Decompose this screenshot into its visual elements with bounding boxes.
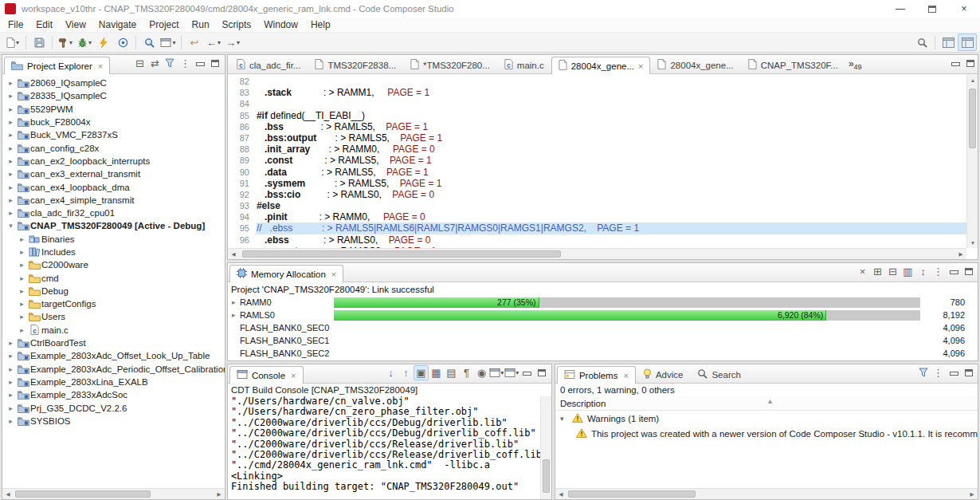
save-memory-map-icon[interactable]: ▥ bbox=[900, 264, 915, 279]
menu-help[interactable]: Help bbox=[304, 19, 337, 30]
flash-button[interactable] bbox=[94, 33, 113, 51]
scrollbar-thumb[interactable] bbox=[969, 89, 976, 148]
console-vscrollbar[interactable] bbox=[540, 396, 551, 499]
view-menu-icon[interactable]: ⋮ bbox=[931, 365, 946, 380]
new-wizard-dropdown[interactable]: ▾ bbox=[3, 33, 22, 51]
tree-item[interactable]: ▸28069_IQsampleC bbox=[2, 77, 225, 89]
open-console-dropdown[interactable]: ▾ bbox=[504, 365, 519, 380]
view-menu-icon[interactable]: ⋮ bbox=[178, 56, 193, 71]
filter-icon[interactable] bbox=[163, 56, 178, 71]
scrollbar-thumb[interactable] bbox=[543, 459, 550, 493]
chevron-right-icon[interactable]: ▸ bbox=[6, 131, 16, 139]
collapse-all-icon[interactable]: ⊟ bbox=[885, 264, 900, 279]
chevron-right-icon[interactable]: ▸ bbox=[6, 417, 16, 425]
close-window-button[interactable]: × bbox=[948, 0, 980, 18]
pin-console-icon[interactable]: ◉ bbox=[474, 365, 489, 380]
maximize-window-button[interactable] bbox=[916, 0, 948, 18]
menu-edit[interactable]: Edit bbox=[29, 19, 59, 30]
tree-item[interactable]: ▸Buck_VMC_F2837xS bbox=[2, 128, 225, 141]
open-perspective-button[interactable] bbox=[939, 33, 958, 51]
editor-tab[interactable]: ccla_adc_fir... bbox=[229, 56, 308, 73]
scrollbar-thumb[interactable] bbox=[568, 490, 696, 498]
minimize-icon[interactable] bbox=[946, 365, 961, 380]
new-target-configuration-button[interactable] bbox=[113, 33, 132, 51]
tree-item[interactable]: ▸28335_IQsampleC bbox=[2, 89, 225, 102]
menu-view[interactable]: View bbox=[59, 19, 92, 30]
tree-item[interactable]: ▸Users bbox=[2, 310, 225, 323]
collapse-all-icon[interactable]: ⊟ bbox=[132, 56, 147, 71]
scroll-to-top-icon[interactable]: ↑ bbox=[398, 365, 414, 380]
chevron-right-icon[interactable]: ▸ bbox=[17, 261, 27, 269]
view-menu-icon[interactable]: ⋮ bbox=[931, 264, 946, 279]
scroll-up-arrow-icon[interactable]: ▲ bbox=[967, 74, 978, 85]
code-line[interactable]: 90 .data : > RAMLS5, PAGE = 1 bbox=[228, 167, 966, 178]
chevron-right-icon[interactable]: ▸ bbox=[228, 311, 240, 319]
tree-item[interactable]: ▾CNAP_TMS320F280049 [Active - Debug] bbox=[2, 219, 225, 232]
maximize-icon[interactable] bbox=[208, 56, 223, 71]
tree-item[interactable]: ▸Debug bbox=[2, 285, 225, 297]
chevron-right-icon[interactable]: ▸ bbox=[6, 352, 16, 360]
last-edit-location-button[interactable]: ↩ bbox=[185, 33, 204, 51]
maximize-icon[interactable] bbox=[961, 264, 976, 279]
editor-vscrollbar[interactable]: ▲ ▼ bbox=[966, 74, 978, 248]
tree-item[interactable]: ▸Includes bbox=[2, 246, 225, 258]
expand-all-icon[interactable]: ⊞ bbox=[870, 264, 885, 279]
editor-hscrollbar[interactable]: ◀ ▶ bbox=[228, 248, 966, 259]
editor-tab[interactable]: *TMS320F280... bbox=[403, 56, 497, 73]
code-line[interactable]: 84 bbox=[228, 98, 966, 109]
scrollbar-thumb[interactable] bbox=[15, 490, 151, 498]
chevron-right-icon[interactable]: ▸ bbox=[6, 118, 16, 126]
filter-icon[interactable] bbox=[915, 365, 931, 380]
link-with-editor-icon[interactable]: ⇄ bbox=[147, 56, 163, 71]
minimize-icon[interactable] bbox=[193, 56, 208, 71]
chevron-right-icon[interactable]: ▸ bbox=[6, 209, 16, 217]
code-line[interactable]: 91 .sysmem : > RAMLS5, PAGE = 1 bbox=[228, 178, 966, 189]
editor-tab[interactable]: 28004x_gene...× bbox=[551, 57, 651, 74]
code-line[interactable]: 88 .init_array : > RAMM0, PAGE = 0 bbox=[228, 144, 966, 155]
minimize-icon[interactable] bbox=[947, 56, 962, 71]
tree-item[interactable]: ▸C2000ware bbox=[2, 258, 225, 271]
code-line[interactable]: 85#if defined(__TI_EABI__) bbox=[228, 110, 966, 121]
chevron-right-icon[interactable]: ▸ bbox=[6, 378, 16, 386]
chevron-right-icon[interactable]: ▸ bbox=[6, 79, 16, 87]
chevron-right-icon[interactable]: ▸ bbox=[17, 326, 27, 334]
menu-window[interactable]: Window bbox=[257, 19, 304, 30]
scroll-lock-icon[interactable]: ▤ bbox=[444, 365, 459, 380]
chevron-right-icon[interactable]: ▸ bbox=[6, 339, 16, 347]
editor-tab[interactable]: 28004x_gene... bbox=[650, 56, 740, 73]
minimize-icon[interactable] bbox=[519, 365, 535, 380]
maximize-icon[interactable] bbox=[962, 56, 978, 71]
scroll-left-arrow-icon[interactable]: ◀ bbox=[2, 489, 14, 500]
chevron-right-icon[interactable]: ▸ bbox=[17, 274, 27, 282]
tree-item[interactable]: ▸Example_2803xAdc_Offset_Look_Up_Table bbox=[2, 349, 225, 362]
chevron-right-icon[interactable]: ▸ bbox=[6, 144, 16, 152]
scroll-down-arrow-icon[interactable]: ▼ bbox=[967, 237, 978, 248]
tree-item[interactable]: ▸Example_2803xAdc_Periodic_Offset_Calibr… bbox=[2, 363, 225, 376]
tree-item[interactable]: ▸targetConfigs bbox=[2, 297, 225, 310]
tree-item[interactable]: ▸cla_adc_fir32_cpu01 bbox=[2, 207, 225, 219]
problems-hscrollbar[interactable]: ◀ ▶ bbox=[555, 488, 978, 499]
memory-row[interactable]: FLASH_BANK0_SEC14,096 bbox=[228, 334, 978, 347]
chevron-right-icon[interactable]: ▸ bbox=[17, 235, 27, 243]
code-line[interactable]: 96 .ebss : > RAMLS0, PAGE = 0 bbox=[228, 234, 966, 246]
word-wrap-icon[interactable]: ¶ bbox=[459, 365, 474, 380]
menu-navigate[interactable]: Navigate bbox=[92, 19, 143, 30]
sort-icon[interactable]: ↕ bbox=[915, 264, 931, 279]
menu-project[interactable]: Project bbox=[143, 19, 185, 30]
menu-run[interactable]: Run bbox=[186, 19, 216, 30]
chevron-right-icon[interactable]: ▸ bbox=[6, 196, 16, 204]
chevron-right-icon[interactable]: ▸ bbox=[6, 365, 16, 373]
tree-item[interactable]: ▸5529PWM bbox=[2, 103, 225, 116]
scroll-left-arrow-icon[interactable]: ◀ bbox=[555, 489, 566, 500]
close-icon[interactable]: × bbox=[623, 371, 628, 380]
remove-graphs-icon[interactable]: × bbox=[855, 264, 870, 279]
code-line[interactable]: 93#else bbox=[228, 200, 966, 211]
tab-search[interactable]: Search bbox=[690, 365, 747, 383]
chevron-right-icon[interactable]: ▸ bbox=[17, 248, 27, 256]
chevron-right-icon[interactable]: ▸ bbox=[6, 183, 16, 191]
tree-item[interactable]: ▸Example_2803xLina_EXALB bbox=[2, 376, 225, 388]
code-line[interactable]: 95// .ebss : > RAMLS5|RAMLS6|RAMLS7|RAMG… bbox=[228, 222, 966, 234]
code-line[interactable]: 92 .bss:cio : > RAMLS0, PAGE = 0 bbox=[228, 189, 966, 200]
scroll-right-arrow-icon[interactable]: ▶ bbox=[214, 489, 225, 500]
chevron-down-icon[interactable]: ▾ bbox=[6, 222, 16, 230]
